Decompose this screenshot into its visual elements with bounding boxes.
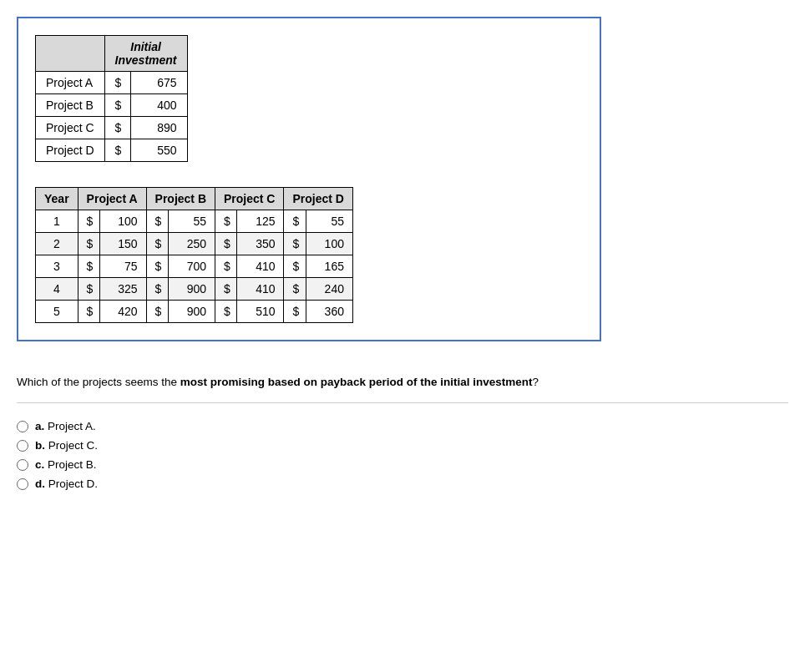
a-value: 325	[99, 278, 146, 301]
project-name: Project C	[36, 117, 105, 139]
a-dollar: $	[78, 233, 99, 255]
d-value: 360	[306, 301, 352, 323]
project-name: Project B	[36, 94, 105, 117]
b-value: 250	[168, 233, 215, 255]
b-value: 900	[168, 278, 215, 301]
cashflow-row: 2 $ 150 $ 250 $ 350 $ 100	[36, 233, 353, 255]
investment-table: InitialInvestment Project A $ 675 Projec…	[35, 35, 188, 162]
option-item[interactable]: a. Project A.	[17, 420, 788, 432]
c-dollar: $	[215, 301, 237, 323]
investment-amount: 890	[131, 117, 187, 139]
divider	[17, 402, 788, 403]
cashflow-row: 4 $ 325 $ 900 $ 410 $ 240	[36, 278, 353, 301]
c-value: 410	[237, 255, 284, 278]
b-dollar: $	[146, 233, 168, 255]
dollar-sign: $	[104, 94, 131, 117]
cashflow-table: YearProject AProject BProject CProject D…	[35, 187, 353, 323]
cashflow-header-cell: Project C	[215, 188, 284, 210]
options-container: a. Project A. b. Project C. c. Project B…	[17, 420, 788, 490]
question-text: Which of the projects seems the most pro…	[17, 374, 785, 391]
investment-row: Project A $ 675	[36, 72, 188, 94]
d-value: 165	[306, 255, 352, 278]
d-dollar: $	[284, 278, 306, 301]
radio-button[interactable]	[17, 478, 28, 490]
d-dollar: $	[284, 301, 306, 323]
radio-button[interactable]	[17, 459, 28, 471]
investment-col-project	[36, 36, 105, 72]
dollar-sign: $	[104, 117, 131, 139]
option-label: d. Project D.	[35, 477, 98, 490]
cashflow-header-cell: Project B	[146, 188, 215, 210]
option-item[interactable]: c. Project B.	[17, 458, 788, 471]
b-value: 900	[168, 301, 215, 323]
b-value: 55	[168, 210, 215, 233]
investment-row: Project C $ 890	[36, 117, 188, 139]
project-name: Project D	[36, 139, 105, 162]
cashflow-header-cell: Project D	[284, 188, 352, 210]
a-value: 420	[99, 301, 146, 323]
d-dollar: $	[284, 233, 306, 255]
year-cell: 3	[36, 255, 78, 278]
c-dollar: $	[215, 255, 237, 278]
investment-amount: 400	[131, 94, 187, 117]
dollar-sign: $	[104, 72, 131, 94]
a-value: 75	[99, 255, 146, 278]
c-value: 350	[237, 233, 284, 255]
b-dollar: $	[146, 278, 168, 301]
c-value: 510	[237, 301, 284, 323]
option-item[interactable]: b. Project C.	[17, 439, 788, 452]
d-value: 240	[306, 278, 352, 301]
c-dollar: $	[215, 210, 237, 233]
radio-button[interactable]	[17, 440, 28, 452]
investment-amount: 550	[131, 139, 187, 162]
project-name: Project A	[36, 72, 105, 94]
a-dollar: $	[78, 301, 99, 323]
c-value: 410	[237, 278, 284, 301]
main-content-box: InitialInvestment Project A $ 675 Projec…	[17, 17, 601, 341]
b-value: 700	[168, 255, 215, 278]
option-label: c. Project B.	[35, 458, 97, 471]
a-dollar: $	[78, 210, 99, 233]
investment-amount: 675	[131, 72, 187, 94]
c-dollar: $	[215, 278, 237, 301]
cashflow-header-cell: Project A	[78, 188, 146, 210]
investment-row: Project D $ 550	[36, 139, 188, 162]
d-dollar: $	[284, 210, 306, 233]
option-label: b. Project C.	[35, 439, 98, 452]
b-dollar: $	[146, 255, 168, 278]
cashflow-row: 5 $ 420 $ 900 $ 510 $ 360	[36, 301, 353, 323]
year-cell: 4	[36, 278, 78, 301]
year-cell: 2	[36, 233, 78, 255]
a-dollar: $	[78, 278, 99, 301]
investment-col-header: InitialInvestment	[104, 36, 187, 72]
year-cell: 5	[36, 301, 78, 323]
c-dollar: $	[215, 233, 237, 255]
b-dollar: $	[146, 210, 168, 233]
question-bold: most promising based on payback period o…	[180, 376, 533, 388]
a-value: 100	[99, 210, 146, 233]
b-dollar: $	[146, 301, 168, 323]
option-label: a. Project A.	[35, 420, 96, 432]
question-text-highlight: Which of the projects seems the most pro…	[17, 376, 539, 388]
d-value: 100	[306, 233, 352, 255]
cashflow-row: 3 $ 75 $ 700 $ 410 $ 165	[36, 255, 353, 278]
a-value: 150	[99, 233, 146, 255]
d-value: 55	[306, 210, 352, 233]
investment-row: Project B $ 400	[36, 94, 188, 117]
c-value: 125	[237, 210, 284, 233]
year-cell: 1	[36, 210, 78, 233]
a-dollar: $	[78, 255, 99, 278]
option-item[interactable]: d. Project D.	[17, 477, 788, 490]
cashflow-header-cell: Year	[36, 188, 78, 210]
cashflow-row: 1 $ 100 $ 55 $ 125 $ 55	[36, 210, 353, 233]
dollar-sign: $	[104, 139, 131, 162]
radio-button[interactable]	[17, 421, 28, 432]
d-dollar: $	[284, 255, 306, 278]
